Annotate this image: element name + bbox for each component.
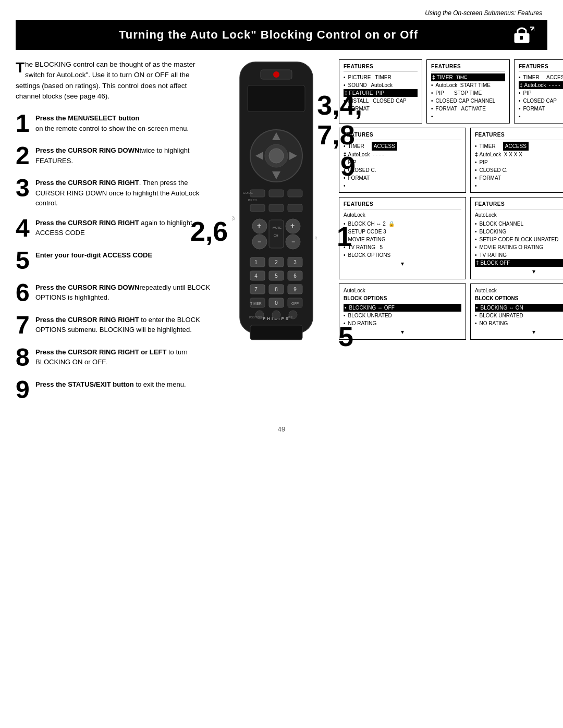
svg-text:GUIDE: GUIDE	[243, 191, 253, 194]
step-3: 3 Press the CURSOR RING RIGHT. Then pres…	[16, 176, 211, 208]
svg-text:OFF: OFF	[291, 302, 299, 305]
overlay-numbers-34-78: 3,4,7,8	[317, 91, 362, 150]
svg-text:MUTE: MUTE	[273, 226, 282, 229]
menu-row-3: FEATURES AutoLock • BLOCK CH ↔ 2 🔒 • SET…	[339, 197, 563, 279]
overlay-numbers-26: 2,6	[190, 216, 228, 247]
menu-row-2: FEATURES • TIMER ACCESS ‡AutoLock - - - …	[339, 128, 563, 193]
remote-control: GUIDE PIP CH. + + − − MUTE CH 1 2 3	[229, 59, 323, 372]
icon-area	[511, 25, 537, 45]
svg-text:5: 5	[275, 273, 278, 279]
menu-panel-2: FEATURES ‡TIMER TIME • AutoLock START TI…	[426, 59, 510, 124]
step-text-8: Press the CURSOR RING RIGHT or LEFT to t…	[35, 345, 211, 367]
step-number-2: 2	[16, 143, 31, 168]
svg-text:7: 7	[254, 287, 258, 292]
drop-cap: T	[16, 60, 25, 75]
step-number-4: 4	[16, 216, 31, 241]
svg-rect-44	[250, 285, 265, 294]
step-text-1: Press the MENU/SELECT button on the remo…	[35, 111, 189, 133]
step-number-3: 3	[16, 176, 31, 201]
step-number-6: 6	[16, 280, 31, 305]
steps-list: 1 Press the MENU/SELECT button on the re…	[16, 111, 211, 402]
menu-panel-9: AutoLock BLOCK OPTIONS • BLOCKING ↔ ON •…	[470, 283, 563, 340]
menu-panel-5: FEATURES • TIMER ACCESS ‡AutoLock X X X …	[470, 128, 563, 193]
svg-point-12	[269, 149, 284, 163]
svg-text:+: +	[290, 221, 295, 230]
svg-text:CH: CH	[314, 237, 317, 241]
svg-text:2: 2	[275, 260, 278, 265]
intro-text: T he BLOCKING control can be thought of …	[16, 59, 211, 102]
step-9: 9 Press the STATUS/EXIT button to exit t…	[16, 377, 211, 402]
lock-icon	[513, 26, 534, 44]
steps-column: T he BLOCKING control can be thought of …	[16, 59, 219, 410]
overlay-number-9: 9	[340, 151, 356, 182]
step-number-9: 9	[16, 377, 31, 402]
menu-panel-6: FEATURES AutoLock • BLOCK CH ↔ 2 🔒 • SET…	[339, 197, 466, 279]
step-number-1: 1	[16, 111, 31, 136]
menu-panel-3: FEATURES • TIMER ACCESS CODE ‡AutoLock -…	[514, 59, 563, 124]
svg-point-61	[272, 311, 280, 319]
svg-rect-32	[250, 257, 265, 267]
page-header: Using the On-screen Submenus: Features	[0, 0, 563, 20]
step-number-5: 5	[16, 248, 31, 273]
step-text-5: Enter your four-digit ACCESS CODE	[35, 248, 152, 261]
svg-rect-15	[288, 190, 302, 197]
step-1: 1 Press the MENU/SELECT button on the re…	[16, 111, 211, 136]
svg-text:+: +	[257, 221, 261, 230]
svg-text:8: 8	[275, 287, 278, 292]
page-title: Turning the Auto Lock" Blocking Control …	[26, 28, 511, 42]
menu-panel-7: FEATURES AutoLock • BLOCK CHANNEL • BLOC…	[470, 197, 563, 279]
step-text-4: Press the CURSOR RING RIGHT again to hig…	[35, 216, 211, 238]
step-number-8: 8	[16, 345, 31, 370]
menus-column: FEATURES • PICTURE TIMER • SOUND AutoLoc…	[334, 59, 563, 410]
svg-text:3: 3	[293, 260, 297, 265]
svg-text:PIP: PIP	[288, 316, 293, 319]
step-text-7: Press the CURSOR RING RIGHT to enter the…	[35, 313, 211, 335]
step-number-7: 7	[16, 313, 31, 338]
svg-text:PIP CH.: PIP CH.	[248, 199, 258, 202]
menu-row-1: FEATURES • PICTURE TIMER • SOUND AutoLoc…	[339, 59, 563, 124]
svg-rect-18	[250, 204, 265, 212]
step-4: 4 Press the CURSOR RING RIGHT again to h…	[16, 216, 211, 241]
svg-rect-1	[520, 36, 523, 40]
svg-text:VOL: VOL	[232, 216, 235, 221]
svg-text:6: 6	[293, 273, 297, 279]
step-text-2: Press the CURSOR RING DOWNtwice to highl…	[35, 143, 211, 166]
svg-text:CH: CH	[274, 234, 278, 237]
overlay-number-5: 5	[338, 321, 353, 352]
remote-column: 3,4,7,8 9 2,6 1 5	[219, 59, 334, 410]
svg-text:−: −	[258, 238, 261, 245]
title-bar: Turning the Auto Lock" Blocking Control …	[16, 20, 547, 50]
page-footer: 49	[0, 410, 563, 443]
svg-text:4: 4	[254, 273, 258, 279]
svg-point-4	[273, 71, 279, 78]
menu-row-4: AutoLock BLOCK OPTIONS • BLOCKING ↔ OFF …	[339, 283, 563, 340]
step-7: 7 Press the CURSOR RING RIGHT to enter t…	[16, 313, 211, 338]
svg-rect-20	[288, 204, 302, 212]
menu-panel-8: AutoLock BLOCK OPTIONS • BLOCKING ↔ OFF …	[339, 283, 466, 340]
svg-text:−: −	[291, 238, 295, 245]
step-5: 5 Enter your four-digit ACCESS CODE	[16, 248, 211, 273]
svg-text:0: 0	[275, 300, 278, 306]
svg-rect-14	[269, 190, 284, 197]
svg-rect-5	[248, 85, 305, 112]
svg-text:POSITION: POSITION	[249, 316, 262, 319]
step-text-6: Press the CURSOR RING DOWNrepeatedly unt…	[35, 280, 211, 303]
step-8: 8 Press the CURSOR RING RIGHT or LEFT to…	[16, 345, 211, 370]
svg-rect-19	[269, 204, 284, 212]
svg-text:9: 9	[293, 287, 297, 292]
svg-rect-57	[250, 325, 302, 340]
svg-text:1: 1	[254, 260, 258, 265]
step-2: 2 Press the CURSOR RING DOWNtwice to hig…	[16, 143, 211, 168]
step-text-3: Press the CURSOR RING RIGHT. Then press …	[35, 176, 211, 208]
svg-text:TIMER: TIMER	[250, 302, 262, 305]
step-text-9: Press the STATUS/EXIT button to exit the…	[35, 377, 186, 390]
step-6: 6 Press the CURSOR RING DOWNrepeatedly u…	[16, 280, 211, 305]
svg-rect-38	[250, 271, 265, 280]
overlay-number-1: 1	[337, 221, 352, 252]
